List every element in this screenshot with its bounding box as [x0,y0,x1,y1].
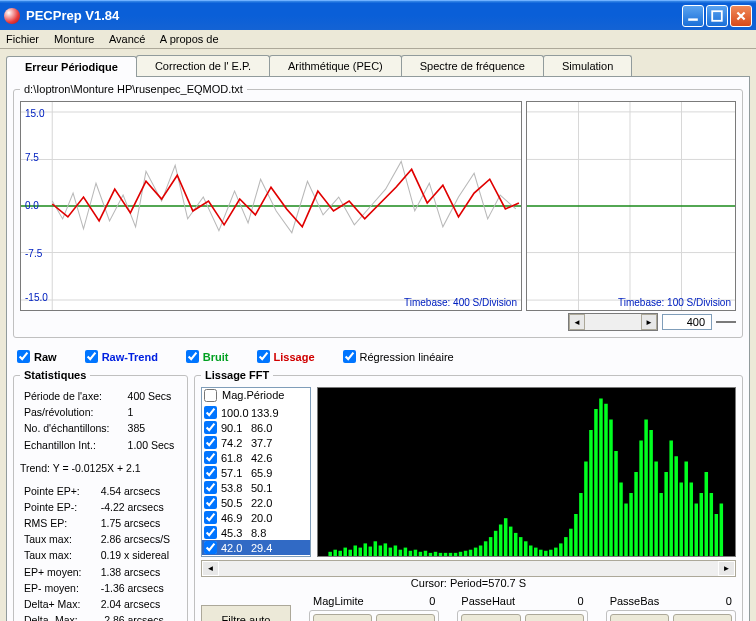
stat-value: -2.86 arcsecs [91,613,179,621]
stat-label: Delta+ Max: [22,597,89,611]
svg-rect-26 [379,546,383,557]
fft-list[interactable]: Mag.Période 100.0133.990.186.074.237.761… [201,387,311,557]
fft-row[interactable]: 46.920.0 [202,510,310,525]
svg-rect-67 [584,462,588,557]
svg-rect-44 [469,550,473,556]
reset-button[interactable]: Reset [313,614,372,621]
svg-rect-77 [634,472,638,556]
svg-rect-56 [529,546,533,557]
maximize-button[interactable] [706,5,728,27]
svg-rect-69 [594,409,598,556]
svg-rect-62 [559,543,563,556]
svg-rect-37 [434,552,438,556]
tab-spectre[interactable]: Spectre de fréquence [401,55,544,76]
window-title: PECPrep V1.84 [26,8,682,23]
cb-raw[interactable]: Raw [17,350,57,363]
cb-bruit[interactable]: Bruit [186,350,229,363]
ytick: -15.0 [25,292,48,303]
stat-label: EP- moyen: [22,581,89,595]
fft-row-checkbox[interactable] [204,421,217,434]
svg-rect-63 [564,537,568,556]
svg-rect-65 [574,514,578,556]
fft-row[interactable]: 90.186.0 [202,420,310,435]
svg-rect-85 [674,456,678,556]
menu-mount[interactable]: Monture [54,33,94,45]
fft-row-checkbox[interactable] [204,526,217,539]
reset-button[interactable]: Reset [461,614,520,621]
fft-row-checkbox[interactable] [204,466,217,479]
scroll-left-icon[interactable]: ◄ [569,314,585,330]
filter-label: PasseHaut [461,595,515,607]
stat-label: Pointe EP+: [22,484,89,498]
svg-rect-60 [549,550,553,556]
fft-row-checkbox[interactable] [204,481,217,494]
spectrum-hscroll[interactable]: ◄ ► [201,560,736,577]
chart-hscroll[interactable]: ◄ ► [568,313,658,331]
menu-advanced[interactable]: Avancé [109,33,146,45]
fft-row-checkbox[interactable] [204,496,217,509]
svg-rect-73 [614,451,618,556]
fft-row[interactable]: 50.522.0 [202,495,310,510]
svg-rect-41 [454,553,458,556]
side-chart[interactable]: Timebase: 100 S/Division [526,101,736,311]
fft-row[interactable]: 53.850.1 [202,480,310,495]
fft-row[interactable]: 61.842.6 [202,450,310,465]
svg-rect-54 [519,537,523,556]
ytick: 0.0 [25,200,39,211]
svg-rect-53 [514,533,518,556]
svg-rect-38 [439,553,443,556]
svg-rect-22 [359,548,363,556]
stat-value: 1.38 arcsecs [91,565,179,579]
xscale-value[interactable]: 400 [662,314,712,330]
tab-erreur-periodique[interactable]: Erreur Périodique [6,56,137,77]
fft-row-checkbox[interactable] [204,541,217,554]
cb-mag-all[interactable] [204,389,217,402]
svg-rect-46 [479,546,483,557]
close-button[interactable] [730,5,752,27]
tab-correction[interactable]: Correction de l' E.P. [136,55,270,76]
fft-spectrum[interactable] [317,387,736,557]
stat-value: -1.36 arcsecs [91,581,179,595]
legend-row: Raw Raw-Trend Bruit Lissage Régression l… [13,344,743,369]
chart-hscroll-2[interactable] [716,321,736,323]
fft-row[interactable]: 74.237.7 [202,435,310,450]
scroll-right-icon[interactable]: ► [718,561,735,576]
define-button[interactable]: Définir [673,614,732,621]
stat-value: 400 Secs [118,389,179,403]
fft-row[interactable]: 45.38.8 [202,525,310,540]
fft-row[interactable]: 57.165.9 [202,465,310,480]
cb-raw-trend[interactable]: Raw-Trend [85,350,158,363]
minimize-button[interactable] [682,5,704,27]
svg-rect-49 [494,531,498,556]
cb-regression[interactable]: Régression linéaire [343,350,454,363]
menu-file[interactable]: Fichier [6,33,39,45]
fft-row-checkbox[interactable] [204,406,217,419]
define-button[interactable]: Définir [525,614,584,621]
scroll-right-icon[interactable]: ► [641,314,657,330]
svg-rect-25 [374,541,378,556]
svg-rect-16 [328,552,332,556]
main-chart[interactable]: 15.0 7.5 0.0 -7.5 -15.0 Timebase: 400 S/… [20,101,522,311]
menu-about[interactable]: A propos de [160,33,219,45]
fft-row-checkbox[interactable] [204,436,217,449]
fft-row-checkbox[interactable] [204,511,217,524]
stat-value: 0.19 x sidereal [91,548,179,562]
fft-row[interactable]: 100.0133.9 [202,405,310,420]
fft-row-checkbox[interactable] [204,451,217,464]
define-button[interactable]: Définir [376,614,435,621]
reset-button[interactable]: Reset [610,614,669,621]
tab-arithmetique[interactable]: Arithmétique (PEC) [269,55,402,76]
svg-rect-92 [710,493,714,556]
cb-lissage[interactable]: Lissage [257,350,315,363]
svg-rect-17 [333,550,337,556]
svg-rect-87 [684,462,688,557]
stat-value: 1 [118,405,179,419]
tab-simulation[interactable]: Simulation [543,55,632,76]
svg-rect-58 [539,550,543,556]
scroll-left-icon[interactable]: ◄ [202,561,219,576]
fft-row[interactable]: 42.029.4 [202,540,310,555]
svg-rect-30 [399,550,403,556]
svg-rect-19 [343,548,347,556]
stat-label: Pointe EP-: [22,500,89,514]
filter-auto-button[interactable]: Filtre auto [201,605,291,621]
